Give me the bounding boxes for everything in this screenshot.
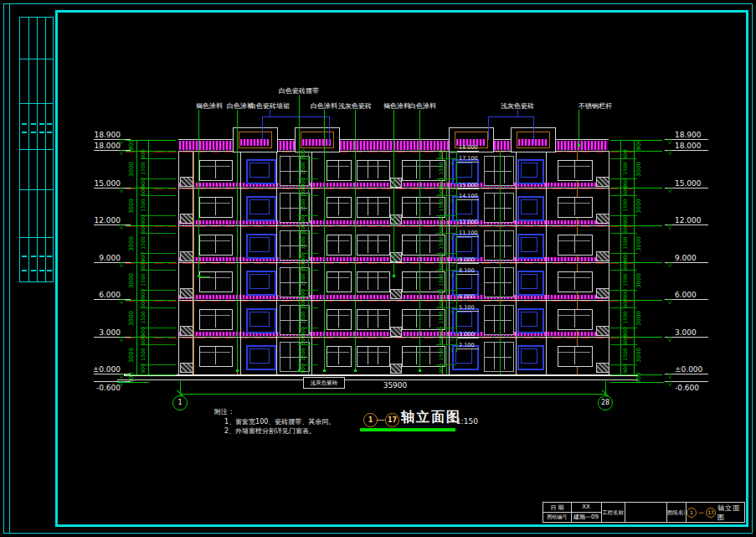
window-mullion xyxy=(574,235,575,253)
window-inner-frame xyxy=(521,163,537,178)
dimension-label: 600 xyxy=(127,361,136,395)
dim-tick xyxy=(298,307,318,308)
level-symbol: ▽ xyxy=(450,150,455,155)
dimension-label: 3000 xyxy=(127,227,136,261)
strip-table-text-mark xyxy=(31,270,36,271)
dim-chain-line xyxy=(148,140,149,374)
tile-leader-line xyxy=(488,116,534,117)
window-transom xyxy=(357,277,388,278)
internal-level-label: 8.100 xyxy=(459,267,484,274)
window-mullion xyxy=(416,272,417,290)
wall-line xyxy=(276,151,277,374)
window-inner-frame xyxy=(249,237,270,252)
vent-box xyxy=(180,214,193,224)
window-mullion xyxy=(429,310,430,328)
tb-drawing-name: 轴立面图 xyxy=(717,503,743,522)
dimension-label: 3000 xyxy=(635,264,643,297)
window-mullion xyxy=(494,343,495,369)
window-mullion xyxy=(368,235,368,253)
window-mullion xyxy=(574,198,575,215)
vent-box xyxy=(180,363,193,373)
vent-box xyxy=(596,326,609,336)
floor-line xyxy=(178,337,609,338)
internal-level-underline xyxy=(457,274,479,275)
elevation-drawing: 褐色涂料白色涂料白色瓷砖墙裙白色瓷砖腰带白色涂料浅灰色瓷砖褐色涂料白色涂料浅灰色… xyxy=(0,0,756,537)
window xyxy=(327,160,352,181)
elevation-label: 6.000 xyxy=(87,291,121,299)
window xyxy=(357,160,390,181)
window-inner-frame xyxy=(455,199,472,214)
vent-box xyxy=(596,177,609,187)
level-symbol: ▽ xyxy=(450,188,455,193)
project-name-label: 工程名称 xyxy=(602,509,624,517)
dim-tick xyxy=(298,364,318,365)
leader-elbow xyxy=(198,276,210,277)
window xyxy=(199,160,233,181)
window-transom xyxy=(200,352,230,353)
material-leader-line xyxy=(355,110,356,371)
strip-table-text-mark xyxy=(47,270,52,271)
internal-level-underline xyxy=(457,225,479,226)
base-material-label: 浅灰色瓷砖 xyxy=(303,377,345,389)
window-mullion xyxy=(290,157,291,183)
window xyxy=(199,309,233,330)
floor-level-dash-line xyxy=(126,301,636,302)
vent-box xyxy=(390,289,402,299)
level-symbol: ▽ xyxy=(119,380,124,387)
elevation-underline xyxy=(94,225,131,225)
strip-table-line xyxy=(19,59,54,59)
dim-tick xyxy=(610,188,662,188)
level-symbol: ▽ xyxy=(667,224,672,230)
leader-arrow xyxy=(236,369,239,372)
dimension-label: 900 xyxy=(437,352,445,385)
internal-level-underline xyxy=(457,188,479,189)
window xyxy=(327,346,352,367)
window xyxy=(357,309,390,330)
material-label: 不锈钢栏杆 xyxy=(558,101,633,111)
window-inner-frame xyxy=(249,163,270,178)
note-line-2: 2、外墙窗樘分割详见门窗表。 xyxy=(224,426,316,436)
window-inner-frame xyxy=(249,349,270,364)
window-transom xyxy=(327,315,349,316)
title-underline xyxy=(360,428,455,431)
strip-table-text-mark xyxy=(31,132,36,133)
internal-level-underline xyxy=(457,199,479,200)
window-transom xyxy=(485,282,512,283)
window-mullion xyxy=(378,235,378,253)
stair-bay-window xyxy=(517,196,544,221)
strip-table-text-mark xyxy=(39,123,44,125)
vent-box xyxy=(596,363,609,373)
vent-box xyxy=(596,288,609,298)
drawing-title: 轴立面图 xyxy=(401,409,461,426)
vent-box xyxy=(390,364,402,374)
dimension-label: 3000 xyxy=(635,302,643,335)
dimension-label: 3000 xyxy=(127,302,136,335)
window-mullion xyxy=(215,347,216,364)
window-transom xyxy=(558,240,590,241)
material-leader-line xyxy=(419,110,420,371)
level-symbol: ▽ xyxy=(450,273,455,278)
window-transom xyxy=(200,315,230,316)
wall-line xyxy=(546,151,547,374)
tile-leader-line xyxy=(329,116,330,144)
window-mullion xyxy=(494,231,495,258)
window xyxy=(558,346,593,367)
wall-line xyxy=(311,151,312,374)
strip-table-text-mark xyxy=(39,256,44,257)
level-symbol: ▽ xyxy=(119,187,124,194)
window-transom xyxy=(485,320,512,321)
dim-tick xyxy=(298,270,318,271)
window-transom xyxy=(327,203,349,204)
window-mullion xyxy=(290,194,291,220)
material-leader-line xyxy=(324,110,325,371)
vent-box xyxy=(180,251,193,261)
level-symbol: ▽ xyxy=(667,336,672,343)
window-transom xyxy=(327,240,349,241)
vent-box xyxy=(180,288,193,298)
notes-heading: 附注： xyxy=(214,407,234,416)
window-transom xyxy=(327,166,349,167)
internal-level-underline xyxy=(457,162,479,163)
note-line-1: 1、窗套宽100、瓷砖腰带、其余同。 xyxy=(224,417,335,426)
window-inner-frame xyxy=(455,163,472,178)
vent-box xyxy=(180,177,193,187)
